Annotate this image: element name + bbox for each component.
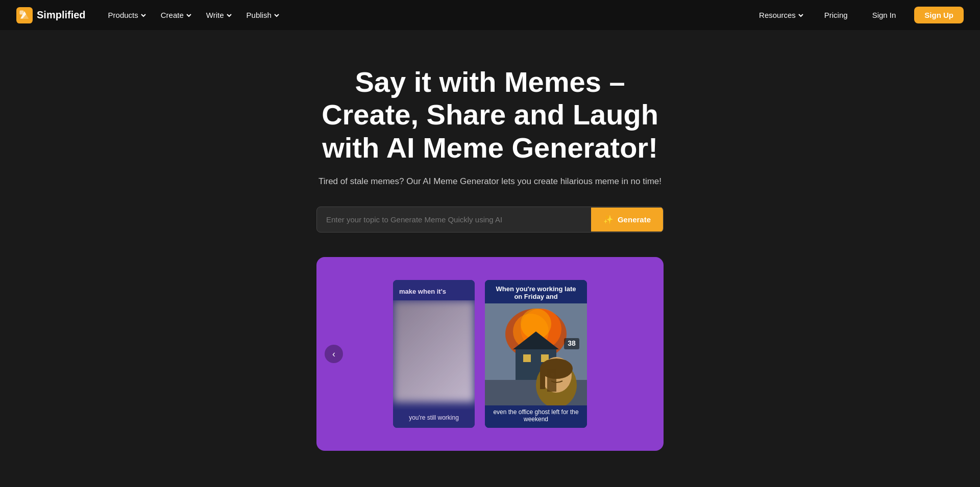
meme-card-left: make when it's you're still working: [393, 280, 475, 428]
generate-button-label: Generate: [618, 215, 651, 224]
svg-rect-16: [547, 369, 556, 392]
hero-title: Say it with Memes – Create, Share and La…: [311, 66, 669, 164]
nav-item-publish[interactable]: Publish: [240, 7, 286, 23]
magic-wand-icon: ✨: [603, 215, 614, 224]
meme-left-bottom-text: you're still working: [393, 409, 475, 428]
meme-right-image: 38: [485, 303, 587, 405]
prev-meme-button[interactable]: ‹: [325, 345, 343, 363]
nav-left: Simplified Products Create Write Publish: [16, 7, 286, 23]
brand-logo[interactable]: Simplified: [16, 7, 86, 23]
signup-button[interactable]: Sign Up: [914, 7, 964, 23]
meme-cards: make when it's you're still working When…: [393, 280, 587, 428]
logo-icon: [16, 7, 33, 23]
nav-write-label: Write: [206, 11, 224, 19]
svg-rect-9: [523, 354, 531, 362]
chevron-down-icon: [798, 12, 804, 18]
nav-item-resources[interactable]: Resources: [753, 7, 810, 23]
meme-left-image: [393, 300, 475, 409]
nav-resources-label: Resources: [759, 11, 796, 19]
chevron-down-icon: [226, 12, 232, 18]
meme-topic-input[interactable]: [317, 207, 591, 232]
nav-item-products[interactable]: Products: [102, 7, 153, 23]
chevron-down-icon: [274, 12, 280, 18]
nav-item-write[interactable]: Write: [200, 7, 238, 23]
brand-name: Simplified: [37, 9, 86, 21]
meme-right-bottom-text: even the office ghost left for the weeke…: [485, 405, 587, 428]
nav-products-label: Products: [108, 11, 138, 19]
nav-publish-label: Publish: [247, 11, 272, 19]
fire-scene-svg: 38: [485, 303, 587, 405]
hero-subtitle: Tired of stale memes? Our AI Meme Genera…: [318, 174, 662, 188]
meme-preview-container: ‹ make when it's you're still working Wh…: [316, 257, 664, 451]
signin-button[interactable]: Sign In: [862, 7, 906, 23]
nav-pricing-label: Pricing: [824, 11, 848, 19]
hero-section: Say it with Memes – Create, Share and La…: [0, 30, 980, 471]
meme-card-right: When you're working late on Friday and: [485, 280, 587, 428]
svg-point-18: [558, 373, 562, 377]
chevron-down-icon: [186, 12, 192, 18]
meme-left-top-text: make when it's: [393, 280, 475, 300]
nav-item-create[interactable]: Create: [155, 7, 198, 23]
svg-point-17: [551, 373, 555, 377]
svg-rect-15: [540, 369, 545, 389]
chevron-down-icon: [140, 12, 146, 18]
navbar: Simplified Products Create Write Publish…: [0, 0, 980, 30]
meme-right-top-text: When you're working late on Friday and: [485, 280, 587, 303]
svg-text:38: 38: [568, 339, 576, 347]
generate-button[interactable]: ✨ Generate: [591, 208, 663, 232]
nav-create-label: Create: [161, 11, 184, 19]
generate-bar: ✨ Generate: [316, 207, 664, 233]
svg-rect-1: [19, 10, 23, 14]
nav-main-items: Products Create Write Publish: [102, 7, 286, 23]
nav-right: Resources Pricing Sign In Sign Up: [753, 7, 964, 23]
nav-item-pricing[interactable]: Pricing: [818, 7, 854, 23]
